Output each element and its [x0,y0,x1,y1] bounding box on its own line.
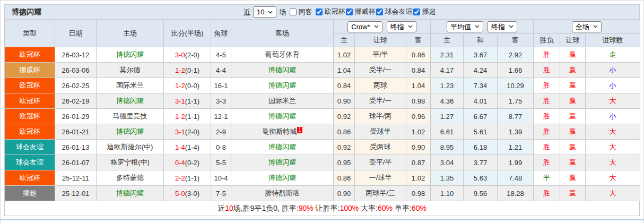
recent-count-select[interactable]: 10 [253,6,276,18]
league-type-cell: 挪超 [5,186,55,201]
subcol-goals: 进球数 [586,34,640,47]
league-filter-label: 欧冠杯 [324,7,345,16]
chevron-down-icon [593,25,598,28]
handicap-away-odds-cell: 1.02 [406,124,431,140]
fulltime-score: 1-4 [175,143,185,151]
chevron-down-icon [408,25,413,28]
score-cell: 1-2(0-1) [164,63,211,78]
goals-result-cell: 小 [586,109,640,124]
bookmaker-select[interactable]: Crow* [347,21,382,32]
avg-away-odds-cell: 7.48 [498,170,534,186]
avg-draw-odds-cell: 4.24 [464,63,498,78]
avg-away-odds-cell: 18.28 [498,186,534,201]
away-team-cell: 腓特烈斯塔 [231,186,334,201]
handicap-away-odds-cell: 0.86 [406,47,431,63]
subcol-handicap-result: 让球 [560,34,586,47]
league-filter-2[interactable]: 球会友谊 [376,7,412,16]
col-date: 日期 [55,20,97,47]
score-cell: 1-4(1-4) [164,140,211,155]
date-cell: 26-01-07 [55,155,97,170]
goals-result-cell: 大 [586,93,640,109]
halftime-score: (1-4) [185,143,199,151]
handicap-home-odds-cell: 0.92 [334,140,355,155]
home-team-cell: 多特蒙德 [97,170,164,186]
handicap-away-odds-cell: 0.98 [406,186,431,201]
result-group-header: 全场 [534,20,640,34]
league-filter-0[interactable]: 欧冠杯 [316,7,345,16]
subcol-avg-draw: 和 [464,34,498,47]
corners-cell: 7-5 [211,186,231,201]
away-team-cell: 博德闪耀 [231,170,334,186]
league-filter-3[interactable]: 挪超 [413,7,436,16]
away-team-name: 博德闪耀 [268,81,296,89]
league-filter-1[interactable]: 挪威杯 [346,7,375,16]
corners-cell: 16-1 [211,78,231,93]
avg-home-odds-cell: 8.95 [431,140,464,155]
games-unit-label: 场 [279,7,286,17]
handicap-result-cell: 赢 [560,155,586,170]
same-away-toggle[interactable]: 同客 [290,7,312,17]
col-type: 类型 [5,20,55,47]
filter-controls: 近 10 场 同客 欧冠杯挪威杯球会友谊挪超 [243,5,436,19]
average-stage-select[interactable]: 终指 [488,21,517,32]
handicap-home-odds-cell: 0.95 [334,155,355,170]
home-team-cell: 马德里竞技 [97,109,164,124]
col-home: 主场 [97,20,164,47]
halftime-score: (0-1) [185,66,199,74]
handicap-line-cell: 受半/一 [355,93,406,109]
score-cell: 2-2(1-1) [164,170,211,186]
average-select[interactable]: 平均值 [447,21,483,32]
avg-home-odds-cell: 4.17 [431,63,464,78]
handicap-line-cell: 两球半/三 [355,186,406,201]
avg-away-odds-cell: 1.75 [498,93,534,109]
date-cell: 26-03-06 [55,63,97,78]
handicap-line-cell: 受平/半 [355,155,406,170]
bookmaker-stage-select[interactable]: 终指 [387,21,416,32]
avg-away-odds-cell: 8.77 [498,109,534,124]
wdl-result-cell: 胜 [534,78,560,93]
league-filter-checkbox[interactable] [346,8,353,15]
league-filter-checkbox[interactable] [413,8,420,15]
date-cell: 26-01-29 [55,109,97,124]
handicap-away-odds-cell: 0.90 [406,140,431,155]
date-cell: 25-12-01 [55,186,97,201]
recent-link[interactable]: 近 [243,7,250,17]
corners-cell: 3-3 [211,93,231,109]
avg-home-odds-cell: 1.27 [431,109,464,124]
away-team-name: 博德闪耀 [268,158,296,166]
league-type-cell: 球会友谊 [5,140,55,155]
league-type-cell: 欧冠杯 [5,47,55,63]
scope-select[interactable]: 全场 [572,21,602,32]
home-team-cell: 迪欧斯捷尔(中) [97,140,164,155]
league-type-cell: 欧冠杯 [5,124,55,140]
league-filter-checkbox[interactable] [376,8,383,15]
avg-home-odds-cell: 2.31 [431,47,464,63]
league-filter-label: 球会友谊 [385,7,412,16]
handicap-line-cell: 两球 [355,78,406,93]
table-row: 欧冠杯 26-03-12 博德闪耀 3-0(2-0) 4-5 葡萄牙体育 1.0… [5,47,640,63]
away-team-name: 曼彻斯特城 [262,127,297,135]
goals-result-cell: 小 [586,63,640,78]
fulltime-score: 1-2 [175,66,185,74]
same-away-checkbox[interactable] [290,8,297,15]
match-history-table: 类型 日期 主场 比分(半场) 角球 客场 Crow* 终指 [4,19,640,201]
summary-text: 近10场,胜9平1负0, 胜率:90% 让胜率:100% 大率:60% 单率:6… [217,204,427,213]
corners-cell: 0-8 [211,140,231,155]
home-team-cell: 格罗宁根(中) [97,155,164,170]
avg-home-odds-cell: 6.61 [431,124,464,140]
fulltime-score: 2-2 [175,174,185,182]
handicap-result-cell: 赢 [560,63,586,78]
league-filter-checkbox[interactable] [316,8,323,15]
avg-home-odds-cell: 4.36 [431,93,464,109]
halftime-score: (0-2) [185,159,199,167]
handicap-away-odds-cell: 0.96 [406,109,431,124]
league-filter-group: 欧冠杯挪威杯球会友谊挪超 [315,7,436,17]
date-cell: 26-03-12 [55,47,97,63]
avg-draw-odds-cell: 7.34 [464,78,498,93]
avg-home-odds-cell: 1.23 [431,78,464,93]
home-team-cell: 莫尔德 [97,63,164,78]
away-team-cell: 曼彻斯特城1 [231,124,334,140]
halftime-score: (1-1) [185,113,199,121]
goals-result-cell: 大 [586,170,640,186]
goals-result-cell: 大 [586,155,640,170]
